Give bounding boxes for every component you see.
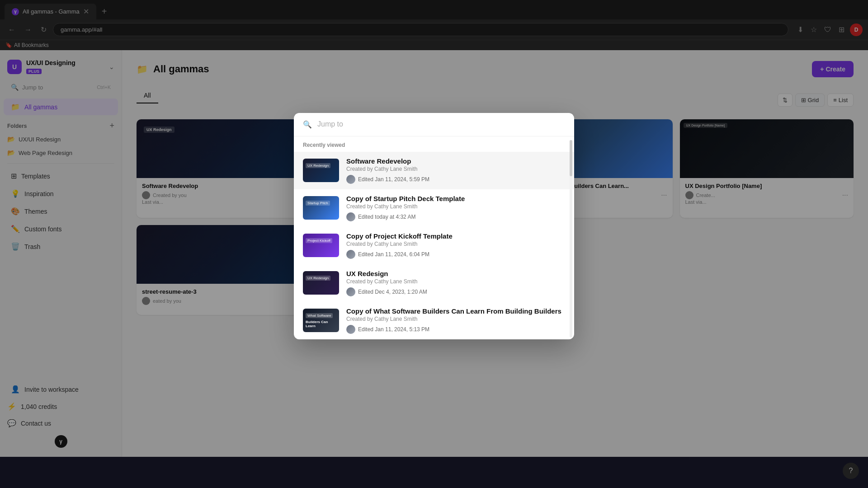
modal-search-bar: 🔍 bbox=[294, 113, 574, 136]
modal-body: Recently viewed UX Redesign Software Red… bbox=[294, 136, 574, 339]
modal-item-info: Copy of Project Kickoff Template Created… bbox=[346, 232, 565, 259]
thumb-tag: UX Redesign bbox=[306, 163, 330, 168]
modal-item-creator: Created by Cathy Lane Smith bbox=[346, 203, 565, 210]
modal-thumb: Startup Pitch bbox=[303, 196, 339, 220]
thumb-tag: UX Redesign bbox=[306, 276, 330, 281]
modal-section-label: Recently viewed bbox=[294, 136, 574, 152]
modal-overlay[interactable]: 🔍 Recently viewed UX Redesign Software R… bbox=[0, 0, 868, 488]
modal-thumb: What Software Builders Can Learn bbox=[303, 309, 339, 332]
modal-item-meta: Edited Jan 11, 2024, 5:13 PM bbox=[346, 325, 565, 334]
jump-to-modal: 🔍 Recently viewed UX Redesign Software R… bbox=[294, 113, 574, 339]
modal-item-info: Software Redevelop Created by Cathy Lane… bbox=[346, 157, 565, 184]
modal-item-creator: Created by Cathy Lane Smith bbox=[346, 316, 565, 322]
user-avatar bbox=[346, 212, 355, 221]
user-avatar bbox=[346, 325, 355, 334]
list-item[interactable]: UX Redesign UX Redesign Created by Cathy… bbox=[294, 264, 574, 302]
user-avatar bbox=[346, 250, 355, 259]
modal-item-creator: Created by Cathy Lane Smith bbox=[346, 278, 565, 285]
modal-thumb: Project Kickoff bbox=[303, 234, 339, 257]
modal-thumb: UX Redesign bbox=[303, 271, 339, 295]
modal-search-input[interactable] bbox=[317, 120, 565, 128]
scrollbar-track bbox=[570, 140, 572, 338]
modal-item-time: Edited Jan 11, 2024, 5:13 PM bbox=[358, 326, 429, 333]
list-item[interactable]: UX Redesign Software Redevelop Created b… bbox=[294, 152, 574, 189]
modal-item-info: Copy of Startup Pitch Deck Template Crea… bbox=[346, 195, 565, 221]
user-avatar bbox=[346, 175, 355, 184]
thumb-title: Builders Can Learn bbox=[306, 320, 336, 328]
modal-item-meta: Edited Jan 11, 2024, 5:59 PM bbox=[346, 175, 565, 184]
user-avatar bbox=[346, 287, 355, 296]
modal-item-meta: Edited Dec 4, 2023, 1:20 AM bbox=[346, 287, 565, 296]
modal-item-time: Edited Dec 4, 2023, 1:20 AM bbox=[358, 289, 427, 295]
modal-item-time: Edited Jan 11, 2024, 5:59 PM bbox=[358, 176, 429, 183]
modal-item-title: Copy of What Software Builders Can Learn… bbox=[346, 307, 565, 315]
modal-item-title: Software Redevelop bbox=[346, 157, 565, 165]
modal-item-meta: Edited Jan 11, 2024, 6:04 PM bbox=[346, 250, 565, 259]
list-item[interactable]: Startup Pitch Copy of Startup Pitch Deck… bbox=[294, 189, 574, 227]
scrollbar-thumb[interactable] bbox=[570, 140, 572, 176]
modal-item-info: Copy of What Software Builders Can Learn… bbox=[346, 307, 565, 334]
modal-thumb: UX Redesign bbox=[303, 159, 339, 182]
modal-item-creator: Created by Cathy Lane Smith bbox=[346, 166, 565, 172]
modal-item-time: Edited today at 4:32 AM bbox=[358, 214, 415, 220]
list-item[interactable]: Project Kickoff Copy of Project Kickoff … bbox=[294, 227, 574, 264]
modal-search-icon: 🔍 bbox=[303, 120, 312, 129]
modal-item-title: Copy of Startup Pitch Deck Template bbox=[346, 195, 565, 202]
thumb-tag: Project Kickoff bbox=[306, 238, 332, 243]
thumb-tag: Startup Pitch bbox=[306, 201, 330, 206]
modal-item-info: UX Redesign Created by Cathy Lane Smith … bbox=[346, 270, 565, 296]
list-item[interactable]: What Software Builders Can Learn Copy of… bbox=[294, 302, 574, 339]
modal-item-title: Copy of Project Kickoff Template bbox=[346, 232, 565, 240]
modal-item-time: Edited Jan 11, 2024, 6:04 PM bbox=[358, 251, 429, 258]
modal-item-creator: Created by Cathy Lane Smith bbox=[346, 241, 565, 247]
modal-item-meta: Edited today at 4:32 AM bbox=[346, 212, 565, 221]
thumb-tag: What Software bbox=[306, 313, 333, 318]
modal-item-title: UX Redesign bbox=[346, 270, 565, 277]
